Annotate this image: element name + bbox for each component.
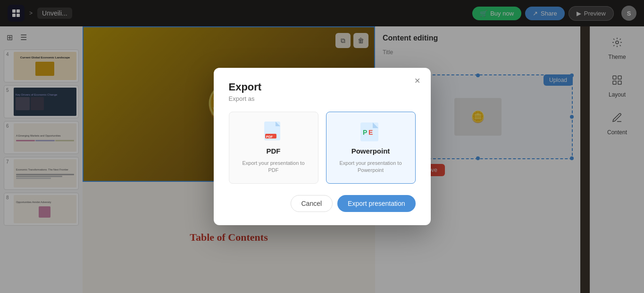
export-option-pdf[interactable]: PDF PDF Export your presentation to PDF xyxy=(229,112,318,184)
powerpoint-option-desc: Export your presentation to Powerpoint xyxy=(334,160,408,174)
svg-text:PDF: PDF xyxy=(266,135,273,138)
export-options: PDF PDF Export your presentation to PDF … xyxy=(229,112,416,184)
ppt-icon: P E xyxy=(360,122,381,142)
pdf-option-desc: Export your presentation to PDF xyxy=(237,160,310,174)
svg-text:E: E xyxy=(368,129,373,136)
modal-subtitle: Export as xyxy=(229,95,416,102)
modal-close-button[interactable]: ✕ xyxy=(411,74,424,88)
export-option-powerpoint[interactable]: P E Powerpoint Export your presentation … xyxy=(326,112,416,184)
export-presentation-button[interactable]: Export presentation xyxy=(337,195,415,212)
svg-text:P: P xyxy=(363,129,367,136)
modal-overlay[interactable]: ✕ Export Export as PDF PDF Export your p… xyxy=(0,0,644,293)
modal-title: Export xyxy=(229,81,416,93)
pdf-icon: PDF xyxy=(264,122,283,142)
modal-footer: Cancel Export presentation xyxy=(229,195,416,212)
export-modal: ✕ Export Export as PDF PDF Export your p… xyxy=(214,68,431,226)
pdf-option-name: PDF xyxy=(267,147,281,155)
cancel-button[interactable]: Cancel xyxy=(291,195,333,212)
powerpoint-option-name: Powerpoint xyxy=(351,147,390,155)
